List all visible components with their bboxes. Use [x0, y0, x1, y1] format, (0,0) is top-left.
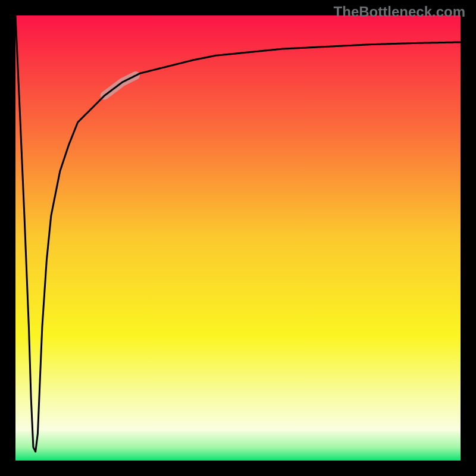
plot-area: [15, 15, 461, 461]
bottleneck-chart: [0, 0, 476, 476]
chart-frame: TheBottleneck.com: [0, 0, 476, 476]
watermark-text: TheBottleneck.com: [334, 4, 465, 20]
